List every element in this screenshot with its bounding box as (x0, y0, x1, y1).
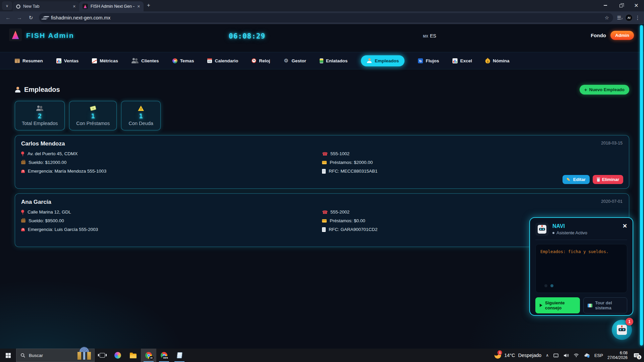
employee-rfc: RFC: MECC880315AB1 (322, 169, 623, 174)
page-title: Empleados (24, 86, 60, 94)
chrome-icon: GEN (161, 352, 167, 359)
navi-close-icon[interactable]: ✕ (623, 223, 627, 230)
tab-close-icon[interactable]: ✕ (137, 4, 140, 9)
new-employee-button[interactable]: + Nuevo Empleado (580, 85, 629, 95)
chrome-icon: AI (145, 352, 152, 359)
nav-item-clientes[interactable]: Clientes (131, 58, 159, 63)
nav-item-empleados[interactable]: Empleados (361, 55, 405, 66)
navi-avatar (535, 223, 549, 236)
back-button[interactable]: ← (3, 15, 13, 21)
browser-tab-fishadmin[interactable]: FISH Admin Next Gen — Sistem ✕ (79, 1, 144, 11)
bar-chart-icon (452, 58, 458, 63)
browser-ai-profile-icon[interactable]: AI (625, 14, 633, 21)
robot-icon (538, 225, 546, 234)
fish-admin-app: FISH Admin 06:08:29 MX ES Fondo Admin Re… (0, 24, 644, 349)
taskbar-search-box[interactable]: Buscar (16, 349, 95, 362)
url-bar[interactable]: fishadmin.next-gen.com.mx ☆ (39, 13, 613, 22)
briefcase-icon (21, 219, 25, 223)
navi-message-box: Empleados: ficha y sueldos. (535, 244, 627, 293)
people-icon (36, 106, 43, 111)
browser-tab-strip: ∨ New Tab ✕ FISH Admin Next Gen — Sistem… (0, 0, 644, 11)
map-icon (588, 304, 592, 307)
bookmark-star-icon[interactable]: ☆ (605, 15, 609, 21)
admin-button[interactable]: Admin (610, 31, 634, 40)
copilot-app-button[interactable] (110, 349, 125, 362)
taskbar-clock[interactable]: 6:08 27/04/2026 (607, 351, 628, 360)
nav-item-calendario[interactable]: Calendario (207, 58, 238, 63)
nav-item-nomina[interactable]: Nómina (485, 58, 509, 63)
wifi-icon[interactable] (573, 353, 579, 358)
url-text[interactable]: fishadmin.next-gen.com.mx (51, 15, 601, 20)
canned-food-icon (320, 58, 323, 63)
chrome-gen-app-button[interactable]: GEN (156, 349, 172, 362)
search-highlight-image[interactable] (75, 347, 94, 362)
new-tab-button[interactable]: + (147, 2, 150, 9)
nav-item-resumen[interactable]: Resumen (15, 58, 43, 63)
money-bag-icon (485, 59, 490, 63)
onedrive-cloud-icon[interactable]: i (584, 353, 590, 358)
forward-button[interactable]: → (15, 15, 24, 21)
nav-item-temas[interactable]: Temas (172, 58, 194, 63)
chrome-ai-app-button[interactable]: AI (141, 349, 156, 362)
page-scrollbar[interactable] (640, 25, 643, 346)
package-icon (15, 59, 20, 63)
notepad-app-button[interactable] (172, 349, 187, 362)
restore-button[interactable] (613, 0, 629, 11)
site-settings-icon[interactable] (43, 16, 48, 19)
windows-taskbar: Buscar AI GEN 1 14°C Despejado ∧ i ESP 6… (0, 349, 644, 362)
nav-item-ventas[interactable]: Ventas (56, 58, 79, 63)
fondo-label[interactable]: Fondo (591, 33, 606, 38)
media-playlist-icon[interactable]: ☰♪ (616, 15, 623, 20)
minimize-button[interactable] (598, 0, 613, 11)
pencil-icon (567, 177, 571, 182)
newtab-favicon-icon (16, 4, 20, 9)
fish-admin-logo-icon (9, 28, 22, 41)
people-icon (131, 58, 139, 63)
nav-item-reloj[interactable]: Reloj (252, 58, 270, 63)
typing-indicator (540, 284, 622, 288)
copilot-icon (114, 352, 121, 359)
reload-button[interactable]: ↻ (26, 15, 36, 21)
language-label: ES (430, 33, 436, 39)
gen-badge: GEN (162, 356, 169, 360)
volume-icon[interactable] (563, 353, 569, 358)
navi-fab-button[interactable]: 1 (612, 320, 632, 340)
employee-emergency: Emergencia: Luis García 555-2003 (21, 227, 322, 232)
warning-icon (138, 106, 144, 111)
close-window-button[interactable]: ✕ (629, 0, 644, 11)
browser-tab-newtab[interactable]: New Tab ✕ (13, 1, 79, 11)
navi-fab-badge: 1 (626, 318, 633, 325)
hidden-icons-chevron[interactable]: ∧ (546, 353, 549, 358)
plus-icon: + (584, 87, 587, 92)
task-view-button[interactable] (95, 349, 110, 362)
start-button[interactable] (0, 349, 16, 362)
locale-indicator[interactable]: MX ES (423, 33, 436, 39)
nav-item-flujos[interactable]: Flujos (418, 58, 439, 63)
nav-item-enlatados[interactable]: Enlatados (320, 58, 348, 63)
keyboard-language[interactable]: ESP (594, 353, 603, 358)
employee-emergency: Emergencia: María Mendoza 555-1003 (21, 169, 322, 174)
location-pin-icon (21, 152, 24, 156)
nav-item-gestor[interactable]: Gestor (283, 58, 306, 63)
taskbar-time: 6:08 (607, 351, 628, 355)
delete-button[interactable]: Eliminar (593, 175, 623, 184)
employee-salary: Sueldo: $9500.00 (21, 218, 322, 223)
digital-clock: 06:08:29 (229, 32, 265, 40)
edit-button[interactable]: Editar (562, 175, 590, 184)
nav-item-excel[interactable]: Excel (452, 58, 472, 63)
flow-icon (418, 58, 423, 63)
tab-close-icon[interactable]: ✕ (73, 4, 76, 9)
browser-menu-icon[interactable]: ⋮ (635, 15, 641, 21)
taskbar-date: 27/04/2026 (607, 355, 628, 360)
action-center-button[interactable]: 3 (632, 353, 641, 358)
tablet-mode-icon[interactable] (553, 353, 559, 358)
tab-search-chevron-icon[interactable]: ∨ (2, 1, 12, 10)
file-explorer-button[interactable] (125, 349, 141, 362)
employee-address: Calle Marina 12, GDL (21, 209, 322, 215)
calendar-icon (207, 58, 212, 63)
next-tip-button[interactable]: Siguiente consejo (535, 297, 580, 313)
nav-item-metricas[interactable]: Métricas (92, 58, 118, 63)
system-tour-button[interactable]: Tour del sistema (583, 297, 627, 313)
employee-salary: Sueldo: $12000.00 (21, 160, 322, 165)
weather-widget[interactable]: 1 14°C Despejado (494, 352, 541, 359)
